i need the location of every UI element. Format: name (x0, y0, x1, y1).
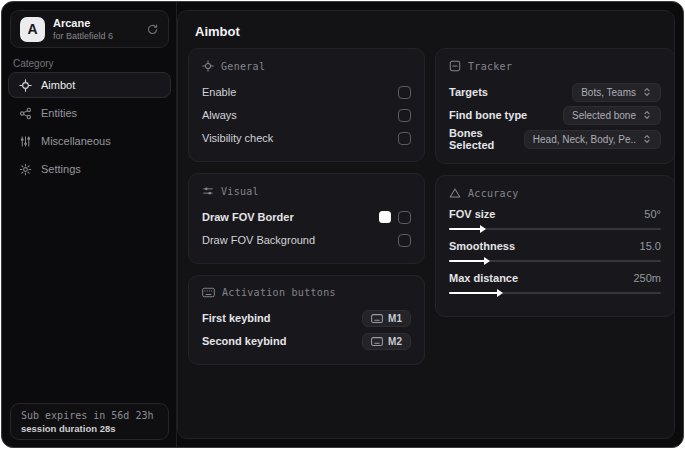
slider-label: FOV size (449, 208, 495, 220)
setting-row-bones-selected: Bones Selected Head, Neck, Body, Pe.. (449, 127, 661, 151)
setting-label: Second keybind (202, 335, 286, 347)
setting-label: Draw FOV Border (202, 211, 294, 223)
sub-expiry-text: Sub expires in 56d 23h (21, 410, 158, 421)
slider-fill (449, 292, 498, 294)
slider-value: 15.0 (640, 240, 661, 252)
draw-fov-border-checkbox[interactable] (398, 211, 411, 224)
brand-text: Arcane for Battlefield 6 (53, 17, 113, 41)
slider-thumb[interactable] (497, 289, 503, 297)
chevrons-up-down-icon (642, 110, 652, 120)
keybind-value: M2 (388, 336, 402, 347)
right-column: Tracker Targets Bots, Teams Find bone ty… (435, 48, 675, 317)
targets-dropdown[interactable]: Bots, Teams (572, 83, 661, 102)
always-checkbox[interactable] (398, 109, 411, 122)
keyboard-icon (371, 337, 383, 346)
setting-label: First keybind (202, 312, 270, 324)
session-duration-text: session duration 28s (21, 423, 158, 434)
panel-tracker: Tracker Targets Bots, Teams Find bone ty… (435, 48, 675, 164)
entities-icon (19, 107, 32, 120)
sidebar-item-settings[interactable]: Settings (8, 156, 171, 182)
fov-border-color-swatch[interactable] (379, 211, 391, 223)
slider-row-max-distance: Max distance 250m (449, 272, 661, 294)
panel-activation-buttons: Activation buttons First keybind M1 Seco… (188, 275, 425, 365)
sidebar: A Arcane for Battlefield 6 Category Aimb… (2, 2, 177, 447)
page-title: Aimbot (195, 24, 240, 39)
setting-row-first-keybind: First keybind M1 (202, 307, 411, 329)
slider-row-fov-size: FOV size 50° (449, 208, 661, 230)
smoothness-slider[interactable] (449, 260, 661, 262)
app-window: A Arcane for Battlefield 6 Category Aimb… (1, 1, 684, 448)
enable-checkbox[interactable] (398, 86, 411, 99)
setting-row-draw-fov-border: Draw FOV Border (202, 206, 411, 228)
gear-icon (19, 163, 32, 176)
setting-label: Bones Selected (449, 127, 524, 151)
bones-selected-dropdown[interactable]: Head, Neck, Body, Pe.. (524, 130, 661, 149)
main-content: Aimbot General Enable Always (177, 10, 675, 439)
dropdown-value: Selected bone (572, 110, 636, 121)
sidebar-item-aimbot[interactable]: Aimbot (8, 72, 171, 98)
panel-tracker-header: Tracker (449, 60, 661, 72)
setting-row-find-bone-type: Find bone type Selected bone (449, 104, 661, 126)
slider-row-smoothness: Smoothness 15.0 (449, 240, 661, 262)
sidebar-item-label: Entities (41, 107, 77, 119)
keyboard-icon (202, 287, 215, 298)
sidebar-item-label: Aimbot (41, 79, 75, 91)
slider-label: Smoothness (449, 240, 515, 252)
panel-visual: Visual Draw FOV Border Draw FOV Backgrou… (188, 173, 425, 264)
draw-fov-background-checkbox[interactable] (398, 234, 411, 247)
slider-label: Max distance (449, 272, 518, 284)
second-keybind-button[interactable]: M2 (362, 333, 411, 350)
panel-title: General (221, 61, 265, 72)
slider-thumb[interactable] (484, 257, 490, 265)
setting-row-draw-fov-background: Draw FOV Background (202, 229, 411, 251)
panel-title: Tracker (468, 61, 512, 72)
slider-fill (449, 228, 481, 230)
setting-row-targets: Targets Bots, Teams (449, 81, 661, 103)
slider-value: 50° (644, 208, 661, 220)
setting-label: Draw FOV Background (202, 234, 315, 246)
app-logo: A (20, 17, 45, 42)
fov-size-slider[interactable] (449, 228, 661, 230)
panel-accuracy-header: Accuracy (449, 187, 661, 199)
sidebar-item-label: Settings (41, 163, 81, 175)
max-distance-slider[interactable] (449, 292, 661, 294)
setting-row-second-keybind: Second keybind M2 (202, 330, 411, 352)
panel-activation-header: Activation buttons (202, 287, 411, 298)
panel-title: Accuracy (468, 188, 519, 199)
keybind-value: M1 (388, 313, 402, 324)
first-keybind-button[interactable]: M1 (362, 310, 411, 327)
panel-title: Activation buttons (222, 287, 336, 298)
setting-label: Visibility check (202, 132, 273, 144)
keyboard-icon (371, 314, 383, 323)
sidebar-item-entities[interactable]: Entities (8, 100, 171, 126)
left-column: General Enable Always Visibility check (188, 48, 425, 365)
chevrons-up-down-icon (642, 134, 652, 144)
visibility-check-checkbox[interactable] (398, 132, 411, 145)
panel-accuracy: Accuracy FOV size 50° Smoothness 15.0 (435, 175, 675, 317)
slider-fill (449, 260, 485, 262)
refresh-icon[interactable] (146, 23, 159, 36)
setting-label: Targets (449, 86, 488, 98)
category-label: Category (13, 58, 54, 69)
slider-thumb[interactable] (480, 225, 486, 233)
brand-card: A Arcane for Battlefield 6 (10, 10, 169, 48)
panel-general: General Enable Always Visibility check (188, 48, 425, 162)
brand-title: Arcane (53, 17, 113, 30)
setting-row-always: Always (202, 104, 411, 126)
setting-row-enable: Enable (202, 81, 411, 103)
setting-label: Enable (202, 86, 236, 98)
subscription-card: Sub expires in 56d 23h session duration … (10, 403, 169, 440)
sliders-icon (19, 135, 32, 148)
panel-visual-header: Visual (202, 185, 411, 197)
brand-subtitle: for Battlefield 6 (53, 31, 113, 41)
adjust-icon (202, 185, 214, 197)
sidebar-nav: Aimbot Entities Miscellaneous Settings (8, 72, 171, 182)
dropdown-value: Bots, Teams (581, 87, 636, 98)
find-bone-type-dropdown[interactable]: Selected bone (563, 106, 661, 125)
sidebar-item-miscellaneous[interactable]: Miscellaneous (8, 128, 171, 154)
scan-box-icon (449, 60, 461, 72)
setting-label: Always (202, 109, 237, 121)
dropdown-value: Head, Neck, Body, Pe.. (533, 134, 636, 145)
sidebar-item-label: Miscellaneous (41, 135, 111, 147)
setting-label: Find bone type (449, 109, 527, 121)
